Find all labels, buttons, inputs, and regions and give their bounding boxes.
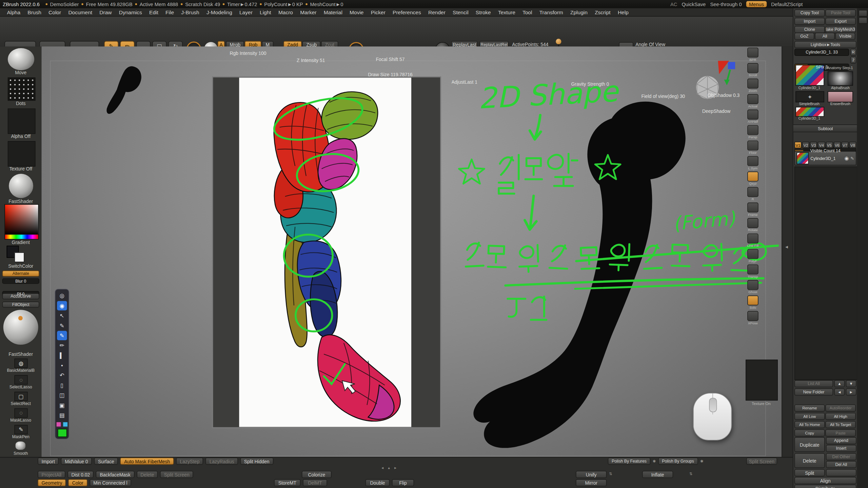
shelf-button[interactable]: Qxyz	[747, 171, 759, 185]
masklasso-icon[interactable]: ◌	[14, 408, 27, 418]
shelf-button[interactable]: R	[747, 187, 759, 201]
menu-item[interactable]: Layer	[236, 9, 256, 15]
menu-item[interactable]: Macro	[275, 9, 296, 15]
fillobject-button[interactable]: FillObject	[2, 302, 39, 308]
menu-item[interactable]: Transform	[536, 9, 567, 15]
material-thumbnail[interactable]	[9, 174, 33, 198]
bottom-button[interactable]: LazyRadius	[205, 458, 238, 465]
polish-features-dot[interactable]: ✱	[653, 459, 656, 463]
subtool-action-button[interactable]: AutoReorder	[825, 404, 856, 411]
folder-next-button[interactable]: ►	[846, 388, 856, 395]
tool-panel-button[interactable]: Make PolyMesh3D	[825, 26, 856, 33]
unify-button[interactable]: Unify	[576, 471, 607, 478]
duplicate-button[interactable]: Duplicate	[794, 437, 825, 452]
bottom-button[interactable]: Dist 0.02	[67, 471, 94, 478]
append-button[interactable]: Append	[826, 437, 856, 444]
subtool-up-button[interactable]: ▲	[834, 380, 845, 387]
quicksave-button[interactable]: QuickSave	[682, 1, 706, 7]
shelf-button[interactable]: Floor	[747, 141, 759, 155]
adjust-last-slider[interactable]: AdjustLast 1	[451, 78, 478, 85]
tool-panel-button[interactable]: Export	[825, 18, 856, 25]
menu-item[interactable]: Draw	[96, 9, 115, 15]
tool-panel-button[interactable]: Copy Tool	[794, 9, 825, 17]
version-tab[interactable]: V2	[802, 142, 809, 148]
clipboard-button[interactable]: ▤	[57, 410, 67, 420]
inflate-axis-toggles[interactable]: ⇅	[689, 472, 693, 476]
menu-item[interactable]: Marker	[297, 9, 320, 15]
bottom-button[interactable]: Surface	[94, 458, 118, 465]
bottom-button[interactable]: LazyStep	[176, 458, 203, 465]
menu-item[interactable]: Render	[425, 9, 449, 15]
secondary-color-swatch[interactable]	[14, 252, 24, 262]
menu-item[interactable]: Stencil	[449, 9, 472, 15]
shelf-button[interactable]: Scroll	[747, 63, 759, 77]
version-tab[interactable]: V6	[833, 142, 841, 148]
subtool-action-button[interactable]: Rename	[794, 404, 825, 411]
pen-strike-button[interactable]: ✎	[57, 321, 67, 330]
dot-button[interactable]: •	[57, 361, 67, 370]
double-button[interactable]: Double	[366, 479, 390, 486]
version-tab[interactable]: V4	[818, 142, 825, 148]
version-tab[interactable]: V3	[810, 142, 817, 148]
subtool-action-button[interactable]: All To Target	[825, 421, 856, 428]
bottom-button[interactable]: Delete	[137, 471, 158, 478]
mirror-button[interactable]: Mirror	[576, 479, 607, 486]
folder-prev-button[interactable]: ◄	[834, 388, 845, 395]
divider-collapse-icon[interactable]: ◄	[784, 245, 789, 250]
subtool-down-button[interactable]: ▼	[846, 380, 856, 387]
subtool-action-button[interactable]: Copy	[794, 429, 825, 436]
alphabrush-thumbnail[interactable]	[828, 72, 853, 86]
tool-panel-button[interactable]: Import	[794, 18, 825, 25]
smooth-icon[interactable]	[16, 442, 25, 450]
del-all-button[interactable]: Del All	[826, 461, 856, 468]
shelf-button[interactable]: Ghost	[747, 280, 759, 294]
colorize-button[interactable]: Colorize	[302, 471, 332, 478]
version-tab[interactable]: V5	[826, 142, 833, 148]
selectrect-icon[interactable]: ▢	[14, 392, 27, 401]
bottom-button[interactable]: Split Screen	[160, 471, 193, 478]
bottom-button[interactable]: MidValue 0	[61, 458, 92, 465]
bottom-button[interactable]: Color	[68, 479, 87, 486]
shelf-button[interactable]: Solo	[747, 296, 759, 309]
eye-button[interactable]: ◉	[57, 301, 67, 310]
subtool-action-button[interactable]: All High	[825, 413, 856, 420]
menu-item[interactable]: Brush	[24, 9, 45, 15]
seethrough-slider[interactable]: See-through 0	[710, 1, 742, 7]
new-folder-button[interactable]: New Folder	[794, 388, 833, 395]
draw-size-slider[interactable]: Draw Size 119.78716	[367, 71, 413, 78]
highlighter-button[interactable]: ▍	[57, 351, 67, 360]
polish-by-features-button[interactable]: Polish By Features	[608, 458, 651, 465]
shelf-button[interactable]: Zoom	[747, 79, 759, 93]
menu-item[interactable]: Dynamics	[115, 9, 145, 15]
shelf-button[interactable]: Line Fill	[747, 233, 759, 247]
split-screen-button[interactable]: Split Screen	[746, 458, 777, 465]
current-material-sphere[interactable]	[3, 310, 38, 345]
split-extra-button[interactable]	[826, 469, 856, 476]
screenshot-button[interactable]: ▣	[57, 401, 67, 410]
goz-button[interactable]: All	[815, 33, 835, 40]
split-button[interactable]: Split	[794, 469, 825, 476]
texture-preview[interactable]	[746, 360, 778, 401]
selectlasso-icon[interactable]: ◌	[14, 375, 27, 385]
eraserbrush-thumbnail[interactable]	[828, 91, 853, 102]
menu-item[interactable]: File	[162, 9, 177, 15]
tool-panel-button[interactable]: Paste Tool	[825, 9, 856, 17]
subtool-list[interactable]	[794, 166, 857, 380]
menu-item[interactable]: Color	[45, 9, 64, 15]
simplebrush-thumbnail[interactable]: ✦	[795, 91, 824, 102]
menus-button[interactable]: Menus	[746, 1, 767, 7]
menu-item[interactable]: Preferences	[389, 9, 425, 15]
version-tab[interactable]: V7	[841, 142, 848, 148]
lightbox-tools-button[interactable]: Lightbox►Tools	[794, 41, 856, 48]
list-all-button[interactable]: List All	[794, 380, 833, 387]
brush-thumbnail[interactable]	[8, 48, 34, 70]
menu-item[interactable]: Picker	[367, 9, 389, 15]
shelf-button[interactable]: Actual	[747, 94, 759, 108]
shelf-button[interactable]: PolyF	[747, 249, 759, 263]
blur-slider[interactable]: Blur 0	[2, 278, 39, 284]
color-swatch-blue[interactable]	[62, 422, 68, 427]
bottom-button[interactable]: Import	[38, 458, 59, 465]
menu-item[interactable]: Light	[256, 9, 275, 15]
color-swatch-pink[interactable]	[56, 422, 61, 427]
alpha-thumbnail[interactable]	[8, 108, 36, 134]
